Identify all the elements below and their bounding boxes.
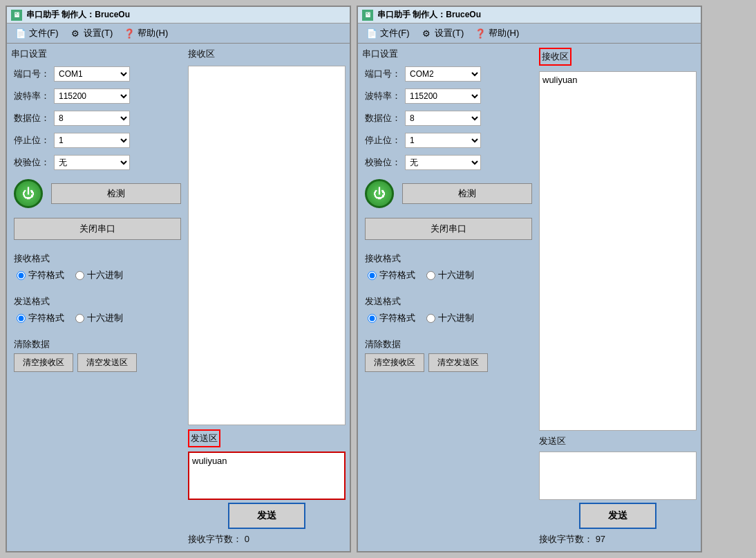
send-hex-radio-1[interactable]: 十六进制 xyxy=(75,312,123,324)
send-char-radio-1[interactable]: 字符格式 xyxy=(17,312,64,324)
power-detect-row-1: ⏻ 检测 xyxy=(11,175,184,212)
stop-select-2[interactable]: 1 2 xyxy=(405,133,481,148)
content-area-1: 串口设置 端口号： COM1 COM2 COM3 波特率： 115200 960… xyxy=(7,44,350,551)
stop-row-1: 停止位： 1 2 xyxy=(11,131,184,150)
window-2: 🖥 串口助手 制作人：BruceOu 📄 文件(F) ⚙ 设置(T) ❓ 帮助(… xyxy=(357,6,702,552)
left-panel-2: 串口设置 端口号： COM2 COM1 COM3 波特率： 115200 960… xyxy=(362,48,535,547)
receive-area-2[interactable]: wuliyuan xyxy=(539,71,697,431)
baud-select-2[interactable]: 115200 9600 xyxy=(405,89,481,104)
power-button-1[interactable]: ⏻ xyxy=(14,179,43,208)
settings-icon-1: ⚙ xyxy=(70,28,81,39)
send-format-title-1: 发送格式 xyxy=(14,295,181,308)
power-button-2[interactable]: ⏻ xyxy=(365,179,394,208)
receive-format-section-2: 接收格式 字符格式 十六进制 xyxy=(362,250,535,286)
baud-row-1: 波特率： 115200 9600 xyxy=(11,86,184,106)
right-panel-2: 接收区 wuliyuan 发送区 发送 接收字节数： 97 xyxy=(539,48,697,547)
send-button-row-2: 发送 xyxy=(539,503,697,529)
port-row-2: 端口号： COM2 COM1 COM3 xyxy=(362,64,535,84)
port-label-1: 端口号： xyxy=(14,68,50,80)
stop-select-1[interactable]: 1 2 xyxy=(54,133,130,148)
clear-send-button-1[interactable]: 清空发送区 xyxy=(77,353,137,372)
receive-area-header-2: 接收区 xyxy=(539,48,571,66)
menu-settings-2[interactable]: ⚙ 设置(T) xyxy=(415,25,470,41)
data-label-1: 数据位： xyxy=(14,112,50,124)
send-area-header-1: 发送区 xyxy=(188,429,220,447)
menu-file-2[interactable]: 📄 文件(F) xyxy=(361,25,415,41)
send-section-2: 发送区 发送 接收字节数： 97 xyxy=(539,435,697,547)
send-format-section-1: 发送格式 字符格式 十六进制 xyxy=(11,292,184,328)
clear-send-button-2[interactable]: 清空发送区 xyxy=(428,353,488,372)
detect-button-1[interactable]: 检测 xyxy=(51,183,181,204)
file-icon-1: 📄 xyxy=(15,28,26,39)
receive-hex-radio-1[interactable]: 十六进制 xyxy=(75,269,123,281)
stop-label-2: 停止位： xyxy=(365,134,401,147)
port-select-1[interactable]: COM1 COM2 COM3 xyxy=(54,66,130,82)
data-select-1[interactable]: 8 7 xyxy=(54,111,130,126)
serial-settings-header-2: 串口设置 xyxy=(362,48,535,60)
data-select-2[interactable]: 8 7 xyxy=(405,111,481,126)
send-char-radio-2[interactable]: 字符格式 xyxy=(368,312,415,324)
send-area-1[interactable]: wuliyuan xyxy=(188,452,346,500)
title-bar-2: 🖥 串口助手 制作人：BruceOu xyxy=(358,7,701,24)
menu-settings-1[interactable]: ⚙ 设置(T) xyxy=(64,25,119,41)
baud-row-2: 波特率： 115200 9600 xyxy=(362,86,535,106)
menu-file-1[interactable]: 📄 文件(F) xyxy=(10,25,64,41)
send-format-row-1: 字符格式 十六进制 xyxy=(14,310,181,326)
clear-receive-button-2[interactable]: 清空接收区 xyxy=(365,353,424,372)
receive-format-title-2: 接收格式 xyxy=(365,252,532,265)
receive-char-radio-1[interactable]: 字符格式 xyxy=(17,269,64,281)
parity-select-2[interactable]: 无 奇 偶 xyxy=(405,155,481,170)
clear-receive-button-1[interactable]: 清空接收区 xyxy=(14,353,73,372)
port-select-2[interactable]: COM2 COM1 COM3 xyxy=(405,66,481,82)
byte-count-2: 接收字节数： 97 xyxy=(539,532,697,547)
help-icon-2: ❓ xyxy=(475,28,486,39)
send-button-1[interactable]: 发送 xyxy=(228,503,305,529)
close-serial-button-2[interactable]: 关闭串口 xyxy=(365,218,532,240)
help-icon-1: ❓ xyxy=(124,28,135,39)
receive-format-title-1: 接收格式 xyxy=(14,252,181,265)
close-serial-button-1[interactable]: 关闭串口 xyxy=(14,218,181,240)
stop-row-2: 停止位： 1 2 xyxy=(362,131,535,150)
receive-area-1[interactable] xyxy=(188,66,346,425)
menu-help-1[interactable]: ❓ 帮助(H) xyxy=(118,25,173,41)
data-label-2: 数据位： xyxy=(365,112,401,124)
parity-label-2: 校验位： xyxy=(365,156,401,169)
menu-help-2[interactable]: ❓ 帮助(H) xyxy=(469,25,525,41)
detect-button-2[interactable]: 检测 xyxy=(402,183,532,204)
send-format-title-2: 发送格式 xyxy=(365,295,532,308)
port-row-1: 端口号： COM1 COM2 COM3 xyxy=(11,64,184,84)
receive-area-header-1: 接收区 xyxy=(188,48,346,60)
send-area-header-2: 发送区 xyxy=(539,435,697,447)
send-area-2[interactable] xyxy=(539,452,697,500)
clear-buttons-1: 清空接收区 清空发送区 xyxy=(14,353,181,372)
byte-count-1: 接收字节数： 0 xyxy=(188,532,346,547)
title-text-2: 串口助手 制作人：BruceOu xyxy=(377,9,481,21)
clear-buttons-2: 清空接收区 清空发送区 xyxy=(365,353,532,372)
parity-label-1: 校验位： xyxy=(14,156,50,169)
port-label-2: 端口号： xyxy=(365,68,401,80)
receive-char-radio-2[interactable]: 字符格式 xyxy=(368,269,415,281)
parity-select-1[interactable]: 无 奇 偶 xyxy=(54,155,130,170)
receive-format-row-1: 字符格式 十六进制 xyxy=(14,268,181,283)
receive-format-section-1: 接收格式 字符格式 十六进制 xyxy=(11,250,184,286)
clear-title-1: 清除数据 xyxy=(14,338,181,351)
send-format-section-2: 发送格式 字符格式 十六进制 xyxy=(362,292,535,328)
send-button-row-1: 发送 xyxy=(188,503,346,529)
data-row-1: 数据位： 8 7 xyxy=(11,109,184,128)
clear-section-1: 清除数据 清空接收区 清空发送区 xyxy=(11,335,184,375)
file-icon-2: 📄 xyxy=(366,28,377,39)
clear-title-2: 清除数据 xyxy=(365,338,532,351)
app-icon-1: 🖥 xyxy=(11,10,22,21)
serial-settings-header-1: 串口设置 xyxy=(11,48,184,60)
title-text-1: 串口助手 制作人：BruceOu xyxy=(26,9,130,21)
send-button-2[interactable]: 发送 xyxy=(579,503,656,529)
baud-label-1: 波特率： xyxy=(14,90,50,102)
left-panel-1: 串口设置 端口号： COM1 COM2 COM3 波特率： 115200 960… xyxy=(11,48,184,547)
window-1: 🖥 串口助手 制作人：BruceOu 📄 文件(F) ⚙ 设置(T) ❓ 帮助(… xyxy=(6,6,351,552)
power-detect-row-2: ⏻ 检测 xyxy=(362,175,535,212)
receive-hex-radio-2[interactable]: 十六进制 xyxy=(426,269,474,281)
baud-select-1[interactable]: 115200 9600 xyxy=(54,89,130,104)
baud-label-2: 波特率： xyxy=(365,90,401,102)
parity-row-1: 校验位： 无 奇 偶 xyxy=(11,153,184,172)
send-hex-radio-2[interactable]: 十六进制 xyxy=(426,312,474,324)
